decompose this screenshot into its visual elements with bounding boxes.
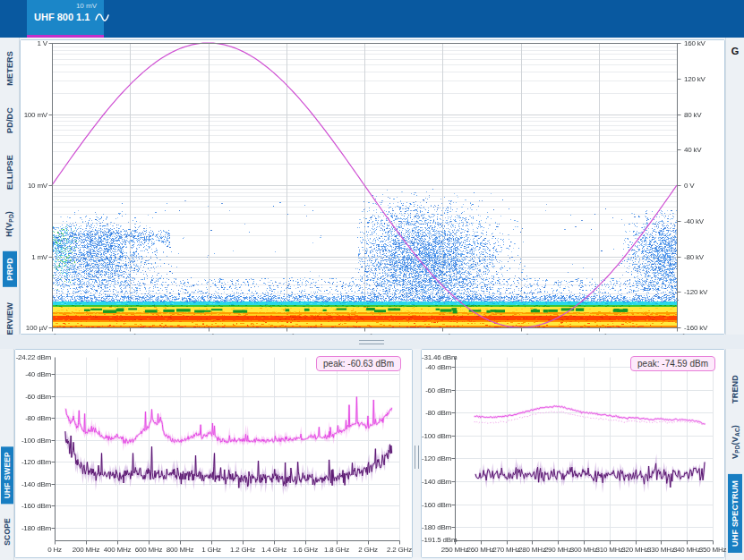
horizontal-splitter [0,335,744,349]
uhf-sweep-chart-panel: -24.22 dBm-40 dBm-60 dBm-80 dBm-100 dBm-… [14,349,413,558]
sidebar-item-trend[interactable]: TREND [728,369,742,410]
sidebar-item-pd-dc[interactable]: PD/DC [3,101,17,140]
titlebar: 10 mV UHF 800 1.1 [0,0,744,38]
vertical-splitter-grip[interactable] [415,445,419,469]
sidebar-item-label: H(V [4,222,13,236]
sweep-peak-readout: peak: -60.63 dBm [316,356,401,371]
uhf-spectrum-chart-panel: -31.46 dBm-191.5 dBm-40 dBm-60 dBm-80 dB… [421,349,725,558]
application-window: 10 mV UHF 800 1.1 METERSPD/DCELLIPSEH(VP… [0,0,744,560]
range-readout: 10 mV [76,2,97,10]
horizontal-splitter-grip[interactable] [359,340,384,344]
sine-wave-icon [95,13,109,22]
sidebar-item-label: V [731,454,740,459]
prpd-chart-panel: 1 V100 mV10 mV1 mV100 µV160 kV120 kV80 k… [20,39,725,335]
sidebar-item-label: (V [731,437,740,445]
sidebar-item-label: SCOPE [3,518,12,546]
sidebar-item-label: ) [731,425,740,428]
sidebar-top-left: METERSPD/DCELLIPSEH(VPD)PRPDSYSTEM OVERV… [0,38,20,335]
sidebar-item-label: AC [733,428,740,437]
sidebar-item-label: PD/DC [5,107,14,133]
device-tab-label: UHF 800 1.1 [34,12,90,22]
sidebar-item-scope[interactable]: SCOPE [1,513,13,551]
sidebar-item-prpd[interactable]: PRPD [3,251,17,287]
uhf-spectrum-chart-canvas[interactable] [422,350,724,557]
sidebar-bottom-left: UHF SWEEPSCOPE [0,335,14,560]
sidebar-item-label: PD [8,214,14,222]
sidebar-item-label: ELLIPSE [5,155,14,190]
device-tab[interactable]: 10 mV UHF 800 1.1 [27,0,104,38]
sidebar-item-label: TREND [731,375,740,403]
sidebar-item-label: UHF SPECTRUM [731,480,740,547]
sidebar-item-meters[interactable]: METERS [3,45,17,92]
spectrum-peak-readout: peak: -74.59 dBm [630,356,715,371]
sidebar-item-uhf-spectrum[interactable]: UHF SPECTRUM [728,474,742,553]
sidebar-bottom-right: TRENDVPD(VAC)UHF SPECTRUM [725,335,744,560]
uhf-sweep-chart-canvas[interactable] [15,350,412,557]
active-tab-accent [27,35,104,38]
prpd-chart-canvas[interactable] [21,40,724,334]
sidebar-item-label: PD [733,445,740,453]
g-panel-button[interactable]: G [730,42,741,60]
vertical-splitter [413,349,421,558]
sidebar-item-label: ) [4,211,13,214]
sidebar-item-ellipse[interactable]: ELLIPSE [3,148,17,196]
sidebar-item-h-vpd[interactable]: H(VPD) [2,205,17,243]
sidebar-top-right: G [725,38,744,335]
sidebar-item-label: PRPD [5,258,14,281]
sidebar-item-label: METERS [5,51,14,86]
sidebar-item-label: UHF SWEEP [3,452,12,498]
sidebar-item-uhf-sweep[interactable]: UHF SWEEP [1,446,13,504]
sidebar-item-vpd-vac[interactable]: VPD(VAC) [728,419,743,465]
